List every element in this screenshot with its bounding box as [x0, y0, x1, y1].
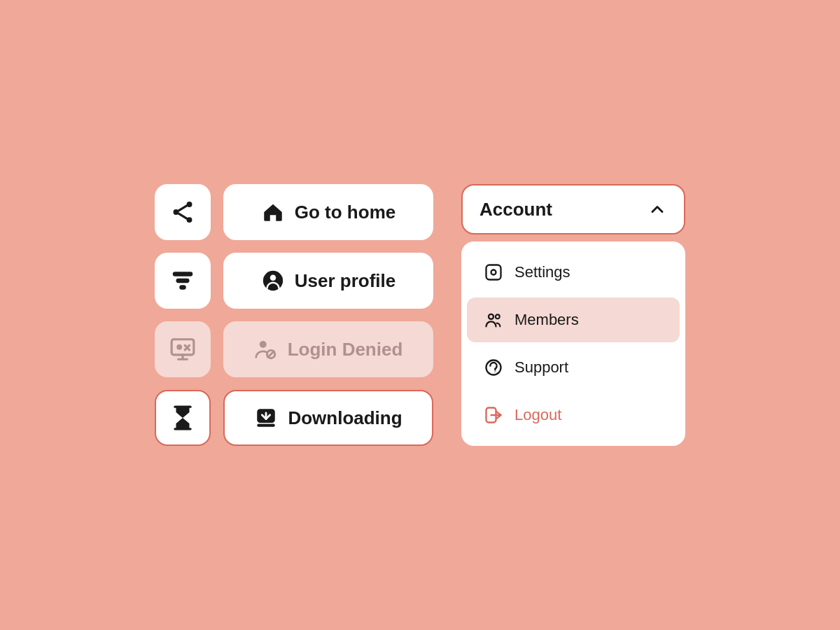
- dropdown-item-support[interactable]: Support: [467, 345, 680, 390]
- go-to-home-label: Go to home: [295, 202, 396, 223]
- logout-icon: [484, 405, 503, 425]
- download-icon: [254, 406, 278, 430]
- main-container: Go to home User profile: [155, 184, 685, 446]
- account-dropdown-trigger[interactable]: Account: [461, 184, 685, 234]
- logout-label: Logout: [514, 406, 561, 424]
- settings-icon: [484, 262, 503, 282]
- user-profile-button[interactable]: User profile: [223, 253, 433, 309]
- svg-rect-7: [179, 285, 186, 289]
- share-icon-button[interactable]: [155, 184, 211, 240]
- row-4: Downloading: [155, 390, 433, 446]
- support-label: Support: [514, 358, 568, 377]
- members-label: Members: [514, 311, 579, 329]
- svg-rect-5: [173, 272, 193, 276]
- hourglass-icon-button[interactable]: [155, 390, 211, 446]
- svg-rect-19: [258, 424, 276, 427]
- account-dropdown-label: Account: [479, 199, 552, 220]
- svg-line-3: [178, 206, 186, 211]
- user-profile-label: User profile: [295, 270, 396, 292]
- downloading-button[interactable]: Downloading: [223, 390, 433, 446]
- login-denied-button[interactable]: Login Denied: [223, 321, 433, 377]
- svg-point-22: [489, 314, 493, 319]
- right-section: Account Settings: [461, 184, 685, 446]
- monitor-off-icon: [169, 336, 196, 363]
- go-to-home-button[interactable]: Go to home: [223, 184, 433, 240]
- person-blocked-icon: [254, 337, 278, 361]
- svg-point-23: [496, 314, 500, 318]
- row-2: User profile: [155, 253, 433, 309]
- svg-point-11: [176, 344, 182, 350]
- svg-point-21: [491, 270, 496, 275]
- settings-label: Settings: [514, 263, 570, 281]
- downloading-label: Downloading: [288, 407, 402, 429]
- svg-rect-6: [176, 279, 190, 283]
- chevron-up-icon: [648, 200, 667, 219]
- dropdown-item-members[interactable]: Members: [467, 298, 680, 342]
- members-icon: [484, 310, 503, 330]
- account-circle-icon: [261, 269, 285, 293]
- svg-rect-20: [486, 265, 501, 280]
- monitor-off-icon-button[interactable]: [155, 321, 211, 377]
- filter-icon-button[interactable]: [155, 253, 211, 309]
- home-icon: [261, 200, 285, 224]
- svg-rect-10: [172, 340, 194, 355]
- dropdown-item-settings[interactable]: Settings: [467, 250, 680, 295]
- svg-line-4: [178, 214, 186, 218]
- share-icon: [169, 199, 196, 225]
- svg-point-9: [270, 275, 276, 281]
- row-1: Go to home: [155, 184, 433, 240]
- support-icon: [484, 358, 503, 377]
- account-dropdown-menu: Settings Members Support: [461, 241, 685, 446]
- login-denied-label: Login Denied: [288, 339, 403, 360]
- hourglass-icon: [169, 405, 196, 431]
- left-section: Go to home User profile: [155, 184, 433, 446]
- svg-point-12: [259, 341, 266, 348]
- row-3: Login Denied: [155, 321, 433, 377]
- filter-icon: [169, 267, 196, 294]
- svg-line-14: [267, 351, 274, 358]
- dropdown-item-logout[interactable]: Logout: [467, 393, 680, 438]
